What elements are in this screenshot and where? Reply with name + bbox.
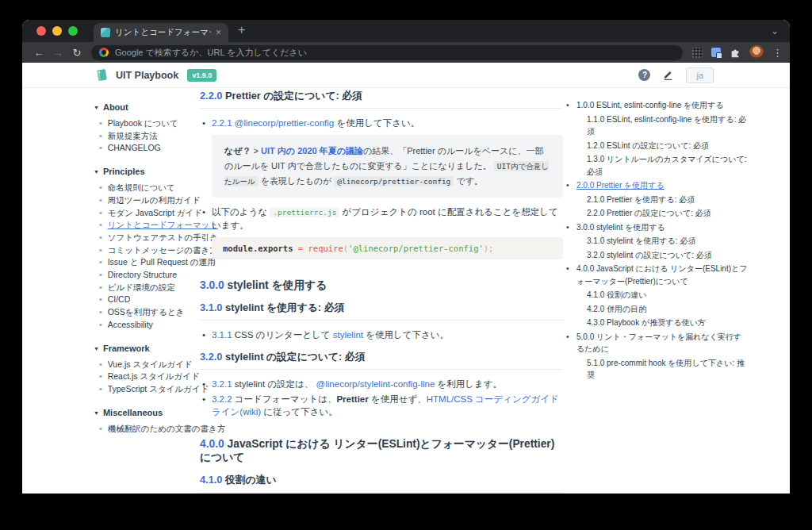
lang-button[interactable]: ja bbox=[686, 67, 714, 83]
window-controls bbox=[36, 26, 78, 36]
sidebar-item-label: モダン JavaScript ガイド bbox=[108, 208, 202, 217]
toolbar-icons: ⋮ bbox=[692, 45, 783, 60]
bullet-icon: • bbox=[99, 294, 102, 304]
section-heading: 3.2.0 stylelint の設定について: 必須 bbox=[200, 351, 563, 370]
content-link[interactable]: @linecorp/stylelint-config-line bbox=[316, 379, 435, 389]
toc-sublink[interactable]: 3.2.0 stylelint の設定について: 必須 bbox=[587, 249, 749, 262]
toc-sublink[interactable]: 1.2.0 ESLint の設定について: 必須 bbox=[587, 140, 749, 152]
edit-pencil-icon[interactable] bbox=[662, 69, 674, 81]
text-segment: stylelint を使用する bbox=[228, 279, 327, 291]
text-segment: を使用して下さい。 bbox=[334, 118, 419, 128]
sidebar-item-label: OSSを利用するとき bbox=[108, 307, 185, 317]
site-header: UIT Playbook v1.9.0 ? ja bbox=[22, 63, 790, 88]
help-icon[interactable]: ? bbox=[638, 69, 650, 81]
toc-sublink[interactable]: 4.3.0 Playbook が推奨する使い方 bbox=[587, 317, 749, 329]
bullet-icon: • bbox=[99, 371, 102, 381]
chevron-down-icon[interactable]: ⌄ bbox=[771, 25, 779, 36]
google-icon bbox=[99, 48, 109, 57]
url-placeholder: Google で検索するか、URL を入力してください bbox=[115, 47, 307, 59]
text-segment: を表現したものが bbox=[259, 176, 335, 186]
sidebar-section-label: Principles bbox=[103, 167, 145, 176]
bullet-icon: • bbox=[99, 208, 102, 217]
browser-tab[interactable]: リントとコードフォーマット | UIT × bbox=[94, 23, 228, 42]
text-segment: 3.2.1 bbox=[212, 379, 235, 389]
sidebar-item-label: 新規提案方法 bbox=[108, 131, 158, 140]
toc-link[interactable]: 3.0.0 stylelint を使用する bbox=[576, 221, 749, 234]
text-segment: コードフォーマットは、 bbox=[235, 394, 337, 404]
text-segment: JavaScript における リンター(ESLint)とフォーマッター(Pre… bbox=[200, 438, 554, 463]
toc-sublink[interactable]: 1.1.0 ESLint, eslint-config-line を使用する: … bbox=[587, 113, 749, 138]
toc-sublink[interactable]: 2.2.0 Prettier の設定について: 必須 bbox=[587, 207, 749, 220]
minimize-window-button[interactable] bbox=[52, 26, 62, 36]
toc-sublink[interactable]: 4.1.0 役割の違い bbox=[587, 289, 749, 301]
toc-item: 5.0.0 リント・フォーマットを漏れなく実行するために5.1.0 pre-co… bbox=[565, 331, 749, 382]
browser-toolbar: ← → ↻ Google で検索するか、URL を入力してください ⋮ bbox=[22, 42, 790, 63]
text-segment: 役割の違い bbox=[225, 474, 277, 486]
sidebar-section-label: Framework bbox=[103, 344, 150, 353]
text-segment: なぜ？ bbox=[224, 146, 251, 156]
content-link[interactable]: 2.2.1 @linecorp/prettier-config bbox=[212, 118, 334, 128]
text-segment: module.exports bbox=[223, 244, 293, 253]
text-segment: ; bbox=[488, 244, 493, 253]
version-badge: v1.9.0 bbox=[187, 69, 216, 82]
sidebar-item-label: ビルド環境の設定 bbox=[108, 282, 175, 292]
content-link[interactable]: UIT 内の 2020 年夏の議論 bbox=[261, 146, 363, 156]
bullet-list: 以下のような .prettierrc.js がプロジェクトの root に配置さ… bbox=[200, 205, 563, 232]
site-favicon-icon bbox=[101, 28, 110, 37]
text-segment: 3.2.2 bbox=[212, 394, 235, 404]
content-link[interactable]: stylelint bbox=[333, 330, 363, 340]
toc-link[interactable]: 1.0.0 ESLint, eslint-config-line を使用する bbox=[576, 99, 749, 112]
toc-link[interactable]: 5.0.0 リント・フォーマットを漏れなく実行するために bbox=[576, 331, 749, 355]
toc-sublink[interactable]: 2.1.0 Prettier を使用する: 必須 bbox=[587, 194, 749, 206]
site-logo-icon[interactable] bbox=[95, 68, 109, 82]
list-item: 以下のような .prettierrc.js がプロジェクトの root に配置さ… bbox=[202, 205, 563, 232]
tab-close-icon[interactable]: × bbox=[216, 28, 221, 37]
text-segment: '@linecorp/prettier-config' bbox=[348, 244, 484, 253]
text-segment: 以下のような bbox=[212, 207, 270, 217]
zoom-window-button[interactable] bbox=[68, 26, 78, 36]
text-segment: > bbox=[251, 146, 262, 156]
extension-tab-icon[interactable] bbox=[711, 48, 721, 57]
bullet-icon: • bbox=[99, 232, 102, 242]
browser-window: リントとコードフォーマット | UIT × + ⌄ ← → ↻ Google で… bbox=[22, 20, 790, 494]
bullet-icon: • bbox=[99, 195, 102, 205]
toc-sublink[interactable]: 1.3.0 リントルールのカスタマイズについて: 必須 bbox=[587, 153, 749, 178]
list-item: 2.2.1 @linecorp/prettier-config を使用して下さい… bbox=[202, 117, 563, 129]
toc-item: 1.0.0 ESLint, eslint-config-line を使用する1.… bbox=[565, 99, 749, 178]
sidebar-item-label: Vue.js スタイルガイド bbox=[108, 359, 193, 369]
toc-item: 2.0.0 Prettier を使用する2.1.0 Prettier を使用する… bbox=[565, 179, 749, 220]
toc-link[interactable]: 4.0.0 JavaScript における リンター(ESLint)とフォーマッ… bbox=[576, 263, 749, 287]
toc-sublink[interactable]: 4.2.0 併用の目的 bbox=[587, 303, 749, 316]
browser-menu-icon[interactable]: ⋮ bbox=[772, 48, 783, 58]
sidebar-item-label: 周辺ツールの利用ガイド bbox=[108, 195, 201, 205]
list-item: 3.2.1 stylelint の設定は、 @linecorp/stylelin… bbox=[202, 378, 563, 390]
extensions-puzzle-icon[interactable] bbox=[730, 47, 741, 58]
reload-button[interactable]: ↻ bbox=[67, 48, 86, 58]
collapse-arrow-icon: ▼ bbox=[94, 346, 99, 351]
toc-sublink[interactable]: 5.1.0 pre-commit hook を使用して下さい: 推奨 bbox=[587, 357, 749, 382]
header-actions: ? ja bbox=[638, 67, 714, 83]
sidebar-item-label: CI/CD bbox=[108, 294, 131, 304]
list-item: 3.1.1 CSS のリンターとして stylelint を使用して下さい。 bbox=[202, 328, 563, 341]
text-segment: です。 bbox=[454, 176, 483, 186]
toc-sublink[interactable]: 3.1.0 stylelint を使用する: 必須 bbox=[587, 235, 749, 248]
text-segment: に従って下さい。 bbox=[261, 407, 338, 417]
new-tab-button[interactable]: + bbox=[238, 26, 245, 34]
extension-grid-icon[interactable] bbox=[692, 48, 703, 58]
bullet-list: 3.2.1 stylelint の設定は、 @linecorp/stylelin… bbox=[200, 378, 563, 418]
toc-link[interactable]: 2.0.0 Prettier を使用する bbox=[576, 179, 749, 192]
toc-item: 3.0.0 stylelint を使用する3.1.0 stylelint を使用… bbox=[565, 221, 749, 262]
profile-avatar[interactable] bbox=[749, 45, 764, 60]
section-heading: 4.1.0 役割の違い bbox=[200, 474, 563, 493]
collapse-arrow-icon: ▼ bbox=[94, 410, 99, 416]
back-button[interactable]: ← bbox=[29, 48, 48, 58]
main-content: 2.2.0 Prettier の設定について: 必須2.2.1 @linecor… bbox=[200, 88, 563, 494]
collapse-arrow-icon: ▼ bbox=[94, 169, 99, 175]
text-segment: 4.1.0 bbox=[200, 474, 225, 486]
text-segment: を使用して下さい。 bbox=[363, 330, 449, 340]
site-title[interactable]: UIT Playbook bbox=[116, 70, 178, 81]
url-bar[interactable]: Google で検索するか、URL を入力してください bbox=[91, 45, 683, 60]
close-window-button[interactable] bbox=[36, 26, 46, 36]
bullet-icon: • bbox=[99, 282, 102, 292]
text-segment: 3.1.1 bbox=[212, 330, 235, 340]
